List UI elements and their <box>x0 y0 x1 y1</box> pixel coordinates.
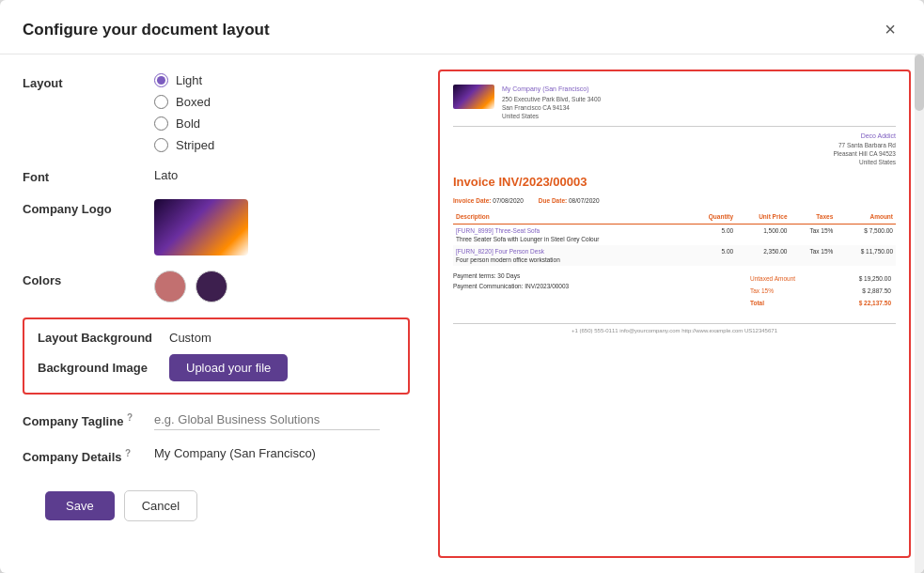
scrollbar-track[interactable] <box>915 54 924 573</box>
summary-untaxed: Untaxed Amount $ 19,250.00 <box>747 273 894 284</box>
inv-footer: +1 (650) 555-0111 info@yourcompany.com h… <box>453 323 896 334</box>
row1-name: [FURN_8999] Three-Seat Sofa <box>456 226 685 235</box>
inv-dates: Invoice Date: 07/08/2020 Due Date: 08/07… <box>453 196 896 205</box>
layout-radio-light[interactable] <box>154 73 168 87</box>
th-unit-price: Unit Price <box>736 210 790 224</box>
row2-amount: $ 11,750.00 <box>836 245 896 266</box>
invoice-preview: My Company (San Francisco) 250 Executive… <box>453 85 896 335</box>
inv-title: Invoice INV/2023/00003 <box>453 174 896 191</box>
font-label: Font <box>23 167 154 184</box>
layout-label-light: Light <box>176 73 202 87</box>
row2-qty: 5.00 <box>688 245 736 266</box>
inv-to: Deco Addict 77 Santa Barbara Rd Pleasant… <box>834 132 897 166</box>
layout-background-value: Custom <box>169 331 211 345</box>
highlighted-section: Layout Background Custom Background Imag… <box>23 317 410 395</box>
inv-invoice-date: Invoice Date: 07/08/2020 <box>453 196 524 205</box>
save-button[interactable]: Save <box>45 491 115 520</box>
untaxed-label: Untaxed Amount <box>747 273 830 284</box>
inv-top-divider <box>453 126 896 127</box>
color-swatch-2[interactable] <box>196 271 227 302</box>
layout-radio-boxed[interactable] <box>154 95 168 109</box>
cancel-button[interactable]: Cancel <box>124 490 197 521</box>
font-value: Lato <box>154 165 178 182</box>
inv-table: Description Quantity Unit Price Taxes Am… <box>453 210 896 265</box>
layout-label-boxed: Boxed <box>176 95 211 109</box>
row2-desc: [FURN_8220] Four Person Desk Four person… <box>453 245 688 266</box>
close-button[interactable]: × <box>879 17 901 42</box>
payment-terms: Payment terms: 30 Days <box>453 271 569 280</box>
background-image-label: Background Image <box>38 361 169 375</box>
background-image-row: Background Image Upload your file <box>38 354 395 381</box>
inv-addr1: 250 Executive Park Blvd, Suite 3400 <box>502 95 896 103</box>
inv-due-date: Due Date: 08/07/2020 <box>539 196 600 205</box>
layout-option-striped[interactable]: Striped <box>154 138 410 152</box>
inv-to-addr2: Pleasant Hill CA 94523 <box>834 149 897 158</box>
modal-body: Layout Light Boxed Bold <box>0 54 924 573</box>
inv-to-addr1: 77 Santa Barbara Rd <box>834 141 897 149</box>
row1-unit: 1,500.00 <box>736 224 790 245</box>
company-tagline-row: Company Tagline ? <box>23 410 410 430</box>
inv-due-date-label: Due Date: <box>539 197 567 204</box>
layout-background-label: Layout Background <box>38 331 169 345</box>
details-help-icon: ? <box>125 448 131 458</box>
inv-company-block: My Company (San Francisco) 250 Executive… <box>502 85 896 120</box>
payment-comm: Payment Communication: INV/2023/00003 <box>453 282 569 290</box>
th-description: Description <box>453 210 688 224</box>
inv-to-name: Deco Addict <box>834 132 897 141</box>
row1-amount: $ 7,500.00 <box>836 224 896 245</box>
layout-radio-bold[interactable] <box>154 116 168 131</box>
tagline-help-icon: ? <box>127 412 133 423</box>
layout-option-light[interactable]: Light <box>154 73 410 87</box>
inv-due-date-val: 08/07/2020 <box>569 197 600 204</box>
inv-addr2: San Francisco CA 94134 <box>502 103 896 112</box>
layout-label-bold: Bold <box>176 116 200 131</box>
layout-option-bold[interactable]: Bold <box>154 116 410 131</box>
summary-tax: Tax 15% $ 2,887.50 <box>747 286 894 296</box>
modal-footer: Save Cancel <box>23 479 410 538</box>
row2-name: [FURN_8220] Four Person Desk <box>456 247 685 256</box>
layout-label-striped: Striped <box>176 138 214 152</box>
right-panel: My Company (San Francisco) 250 Executive… <box>432 54 924 573</box>
modal-title: Configure your document layout <box>23 21 270 39</box>
layout-background-row: Layout Background Custom <box>38 331 395 345</box>
layout-radio-group: Light Boxed Bold Striped <box>154 73 410 152</box>
upload-file-button[interactable]: Upload your file <box>169 354 288 381</box>
inv-addr3: United States <box>502 112 896 120</box>
th-taxes: Taxes <box>791 210 837 224</box>
tax-value: $ 2,887.50 <box>832 286 894 296</box>
font-content: Lato <box>154 167 410 182</box>
color-swatch-1[interactable] <box>154 271 186 302</box>
company-tagline-text: Company Tagline <box>23 414 123 428</box>
colors-label: Colors <box>23 271 154 287</box>
company-tagline-content <box>154 410 410 430</box>
company-details-text: Company Details <box>23 450 121 464</box>
row2-desc2: Four person modern office workstation <box>456 256 685 264</box>
inv-invoice-date-val: 07/08/2020 <box>493 197 524 204</box>
total-label: Total <box>747 298 830 308</box>
table-row-2: [FURN_8220] Four Person Desk Four person… <box>453 245 896 266</box>
inv-bottom: Payment terms: 30 Days Payment Communica… <box>453 271 896 310</box>
scrollbar-thumb[interactable] <box>915 54 924 111</box>
th-amount: Amount <box>836 210 896 224</box>
company-logo-content <box>154 199 410 256</box>
inv-payment-info: Payment terms: 30 Days Payment Communica… <box>453 271 569 310</box>
total-value: $ 22,137.50 <box>832 298 894 308</box>
company-tagline-label: Company Tagline ? <box>23 410 154 428</box>
row1-desc2: Three Seater Sofa with Lounger in Steel … <box>456 235 685 243</box>
tax-label: Tax 15% <box>747 286 830 296</box>
inv-invoice-date-label: Invoice Date: <box>453 197 491 204</box>
row2-tax: Tax 15% <box>791 245 837 266</box>
layout-option-boxed[interactable]: Boxed <box>154 95 410 109</box>
company-logo-image[interactable] <box>154 199 248 256</box>
company-tagline-input[interactable] <box>154 410 380 430</box>
colors-row: Colors <box>23 271 410 302</box>
company-details-label: Company Details ? <box>23 445 154 464</box>
modal-overlay: Configure your document layout × Layout … <box>0 0 924 573</box>
colors-content <box>154 271 410 302</box>
left-inner: Layout Light Boxed Bold <box>23 73 410 479</box>
th-quantity: Quantity <box>688 210 736 224</box>
inv-summary-table: Untaxed Amount $ 19,250.00 Tax 15% $ 2,8… <box>745 271 896 310</box>
inv-logo <box>453 85 494 109</box>
layout-radio-striped[interactable] <box>154 138 168 152</box>
layout-row: Layout Light Boxed Bold <box>23 73 410 152</box>
